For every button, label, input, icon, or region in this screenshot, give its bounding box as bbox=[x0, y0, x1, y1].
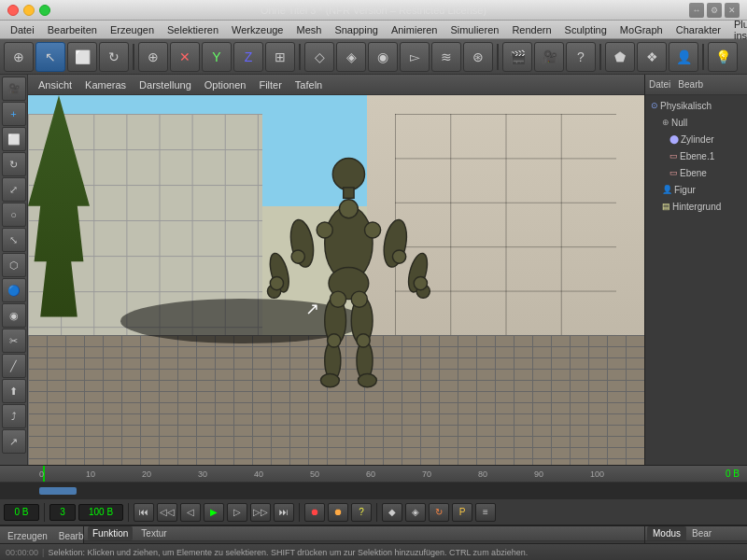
timeline-ruler[interactable]: 0 10 20 30 40 50 60 70 80 90 100 0 B bbox=[0, 466, 747, 483]
toolbar-y[interactable]: Y bbox=[202, 42, 232, 72]
fps-input[interactable] bbox=[49, 504, 76, 521]
menu-item-simulieren[interactable]: Simulieren bbox=[444, 23, 504, 36]
btn-record-orange[interactable]: ⏺ bbox=[328, 503, 348, 522]
tool-cursor[interactable]: ↗ bbox=[2, 429, 26, 454]
btn-settings[interactable]: ≡ bbox=[475, 503, 496, 522]
menu-item-mograph[interactable]: MoGraph bbox=[614, 23, 669, 36]
toolbar-anim1[interactable]: ◇ bbox=[304, 42, 334, 72]
file-label[interactable]: Datei bbox=[649, 79, 670, 90]
toolbar-render2[interactable]: 🎥 bbox=[534, 42, 564, 72]
btn-play[interactable]: ▶ bbox=[204, 503, 224, 522]
toolbar-sim1[interactable]: ≋ bbox=[431, 42, 461, 72]
toolbar-sim2[interactable]: ⊛ bbox=[463, 42, 493, 72]
toolbar-mograph[interactable]: ❖ bbox=[637, 42, 667, 72]
menu-item-werkzeuge[interactable]: Werkzeuge bbox=[226, 23, 289, 36]
tree-zylinder[interactable]: ⬤ Zylinder bbox=[647, 131, 745, 147]
btn-timeline[interactable]: ◈ bbox=[405, 503, 426, 522]
btn-next-frame[interactable]: ▷ bbox=[227, 503, 247, 522]
tool-knife[interactable]: ✂ bbox=[2, 329, 26, 353]
btn-goto-end[interactable]: ⏭ bbox=[274, 503, 294, 522]
toolbar-snap[interactable]: ⊞ bbox=[265, 42, 295, 72]
timeline-track[interactable] bbox=[0, 483, 747, 499]
btn-prev-frame[interactable]: ◁ bbox=[180, 503, 201, 522]
tree-hintergrund[interactable]: ▤ Hintergrund bbox=[647, 198, 745, 215]
btn-motion[interactable]: ↻ bbox=[429, 503, 449, 522]
mat-tab-erzeugen[interactable]: Erzeugen bbox=[4, 529, 51, 543]
toolbar-anim2[interactable]: ◈ bbox=[336, 42, 366, 72]
tool-lasso[interactable]: ⤡ bbox=[2, 228, 26, 252]
close-button[interactable] bbox=[7, 5, 19, 16]
tool-rotate[interactable]: ↻ bbox=[2, 152, 26, 176]
menu-item-animieren[interactable]: Animieren bbox=[386, 23, 444, 36]
tree-ebene[interactable]: ▭ Ebene bbox=[647, 164, 745, 181]
props-tab-bear[interactable]: Bear bbox=[686, 526, 717, 540]
btn-prev-key[interactable]: ◁◁ bbox=[157, 503, 177, 522]
viewport-area: Ansicht Kameras Darstellung Optionen Fil… bbox=[28, 75, 644, 465]
scene-tree: ⊙ Physikalisch ⊕ Null ⬤ Zylinder ▭ Ebene… bbox=[645, 95, 747, 465]
vp-menu-tafeln[interactable]: Tafeln bbox=[290, 78, 327, 91]
menu-item-snapping[interactable]: Snapping bbox=[329, 23, 384, 36]
tool-move[interactable]: + bbox=[2, 102, 26, 126]
tree-ebene1[interactable]: ▭ Ebene.1 bbox=[647, 147, 745, 164]
tool-circle[interactable]: ○ bbox=[2, 203, 26, 227]
menu-item-bearbeiten[interactable]: Bearbeiten bbox=[42, 23, 103, 36]
toolbar-scale[interactable]: ⬜ bbox=[67, 42, 97, 72]
vp-icon-close[interactable]: ✕ bbox=[725, 3, 740, 18]
btn-next-key[interactable]: ▷▷ bbox=[250, 503, 271, 522]
toolbar-light[interactable]: 💡 bbox=[708, 42, 738, 72]
menu-item-charakter[interactable]: Charakter bbox=[670, 23, 726, 36]
menu-item-mesh[interactable]: Mesh bbox=[290, 23, 327, 36]
btn-record-red[interactable]: ⏺ bbox=[304, 503, 325, 522]
tool-edge[interactable]: ╱ bbox=[2, 354, 26, 378]
tab-textur[interactable]: Textur bbox=[136, 526, 171, 540]
btn-record-yellow[interactable]: ? bbox=[351, 503, 372, 522]
menu-item-sculpting[interactable]: Sculpting bbox=[559, 23, 613, 36]
tool-deform[interactable]: ⤴ bbox=[2, 404, 26, 428]
toolbar-z[interactable]: Z bbox=[233, 42, 263, 72]
tree-physikalisch[interactable]: ⊙ Physikalisch bbox=[647, 97, 745, 114]
toolbar-rotate[interactable]: ↻ bbox=[99, 42, 129, 72]
toolbar-select2[interactable]: ⊕ bbox=[138, 42, 168, 72]
toolbar-anim4[interactable]: ▻ bbox=[400, 42, 430, 72]
toolbar-render1[interactable]: 🎬 bbox=[502, 42, 532, 72]
vp-menu-darstellung[interactable]: Darstellung bbox=[134, 78, 196, 91]
tree-null[interactable]: ⊕ Null bbox=[647, 114, 745, 131]
toolbar-anim3[interactable]: ◉ bbox=[368, 42, 398, 72]
menu-item-rendern[interactable]: Rendern bbox=[506, 23, 557, 36]
toolbar-char[interactable]: 👤 bbox=[669, 42, 698, 72]
menu-item-datei[interactable]: Datei bbox=[5, 23, 40, 36]
maximize-button[interactable] bbox=[39, 5, 50, 16]
vp-menu-filter[interactable]: Filter bbox=[254, 78, 286, 91]
toolbar-render3[interactable]: ? bbox=[566, 42, 596, 72]
tool-scale[interactable]: ⤢ bbox=[2, 177, 26, 202]
toolbar-x[interactable]: ✕ bbox=[170, 42, 200, 72]
vp-icon-settings[interactable]: ⚙ bbox=[707, 3, 722, 18]
props-tab-modus[interactable]: Modus bbox=[647, 526, 686, 540]
btn-goto-start[interactable]: ⏮ bbox=[134, 503, 154, 522]
tool-sphere[interactable]: ◉ bbox=[2, 303, 26, 328]
tab-funktion[interactable]: Funktion bbox=[88, 526, 133, 540]
tool-camera[interactable]: 🎥 bbox=[2, 77, 26, 101]
edit-label[interactable]: Bearb bbox=[678, 79, 703, 90]
toolbar-select[interactable]: ↖ bbox=[35, 42, 65, 72]
3d-viewport[interactable]: ↗ bbox=[28, 95, 644, 465]
vp-menu-ansicht[interactable]: Ansicht bbox=[34, 78, 77, 91]
tool-box[interactable]: ⬜ bbox=[2, 127, 26, 151]
btn-capture[interactable]: P bbox=[452, 503, 472, 522]
menu-item-selektieren[interactable]: Selektieren bbox=[162, 23, 224, 36]
end-frame-input[interactable] bbox=[78, 504, 123, 521]
vp-icon-expand[interactable]: ↔ bbox=[689, 3, 704, 18]
tool-poly[interactable]: ⬡ bbox=[2, 253, 26, 277]
toolbar-sculpt[interactable]: ⬟ bbox=[605, 42, 635, 72]
vp-menu-kameras[interactable]: Kameras bbox=[80, 78, 131, 91]
minimize-button[interactable] bbox=[23, 5, 35, 16]
menu-item-plug-ins[interactable]: Plug-ins bbox=[728, 18, 747, 42]
toolbar-move[interactable]: ⊕ bbox=[4, 42, 34, 72]
menu-item-erzeugen[interactable]: Erzeugen bbox=[105, 23, 160, 36]
vp-menu-optionen[interactable]: Optionen bbox=[200, 78, 251, 91]
btn-keyframe[interactable]: ◆ bbox=[382, 503, 402, 522]
tool-extrude[interactable]: ⬆ bbox=[2, 379, 26, 403]
tool-magnet[interactable]: 🔵 bbox=[2, 278, 26, 302]
frame-input[interactable] bbox=[4, 504, 39, 521]
tree-figur[interactable]: 👤 Figur bbox=[647, 181, 745, 198]
